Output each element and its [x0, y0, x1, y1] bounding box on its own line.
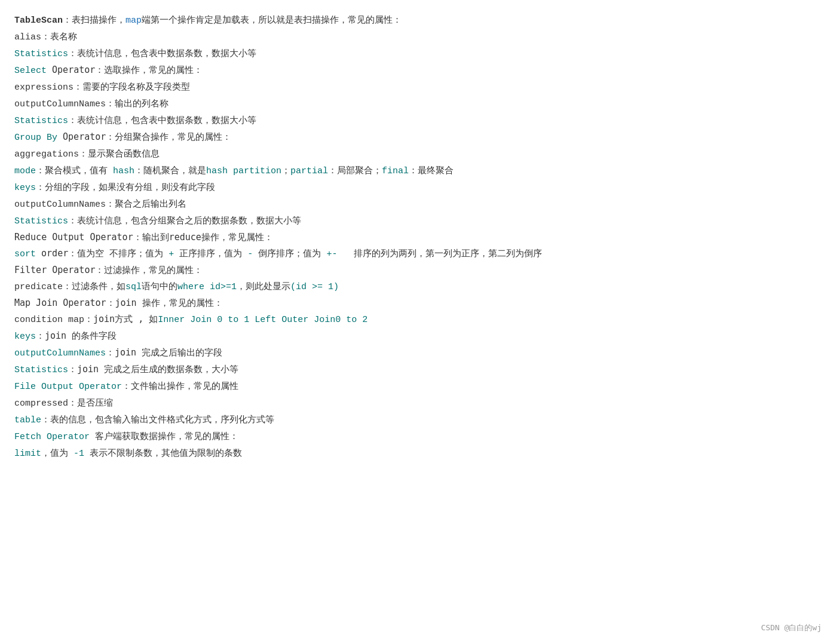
- line19: condition map：join方式 , 如Inner Join 0 to …: [14, 311, 822, 328]
- line1: TableScan：表扫描操作，map端第一个操作肯定是加载表，所以就是表扫描操…: [14, 12, 822, 29]
- main-content: TableScan：表扫描操作，map端第一个操作肯定是加载表，所以就是表扫描操…: [14, 12, 822, 462]
- line26: Fetch Operator 客户端获取数据操作，常见的属性：: [14, 428, 822, 445]
- line24: compressed：是否压缩: [14, 395, 822, 412]
- line7: Statistics：表统计信息，包含表中数据条数，数据大小等: [14, 112, 822, 129]
- line27: limit，值为 -1 表示不限制条数，其他值为限制的条数: [14, 445, 822, 462]
- line15: sort order：值为空 不排序；值为 + 正序排序，值为 - 倒序排序；值…: [14, 246, 822, 262]
- line10: mode：聚合模式，值有 hash：随机聚合，就是hash partition；…: [14, 162, 822, 179]
- footer-attribution: CSDN @白白的wj: [761, 621, 822, 634]
- line8: Group By Operator：分组聚合操作，常见的属性：: [14, 129, 822, 146]
- line4: Select Operator：选取操作，常见的属性：: [14, 62, 822, 79]
- line5: expressions：需要的字段名称及字段类型: [14, 79, 822, 96]
- line18: Map Join Operator：join 操作，常见的属性：: [14, 295, 822, 311]
- line16: Filter Operator：过滤操作，常见的属性：: [14, 262, 822, 278]
- line22: Statistics：join 完成之后生成的数据条数，大小等: [14, 361, 822, 378]
- line6: outputColumnNames：输出的列名称: [14, 96, 822, 112]
- line12: outputColumnNames：聚合之后输出列名: [14, 196, 822, 213]
- line20: keys：join 的条件字段: [14, 328, 822, 345]
- line13: Statistics：表统计信息，包含分组聚合之后的数据条数，数据大小等: [14, 213, 822, 229]
- line17: predicate：过滤条件，如sql语句中的where id>=1，则此处显示…: [14, 278, 822, 295]
- line21: outputColumnNames：join 完成之后输出的字段: [14, 345, 822, 361]
- line11: keys：分组的字段，如果没有分组，则没有此字段: [14, 179, 822, 196]
- line9: aggregations：显示聚合函数信息: [14, 146, 822, 162]
- line14: Reduce Output Operator：输出到reduce操作，常见属性：: [14, 229, 822, 246]
- line23: File Output Operator：文件输出操作，常见的属性: [14, 378, 822, 395]
- line25: table：表的信息，包含输入输出文件格式化方式，序列化方式等: [14, 412, 822, 428]
- line2: alias：表名称: [14, 29, 822, 45]
- line3: Statistics：表统计信息，包含表中数据条数，数据大小等: [14, 45, 822, 62]
